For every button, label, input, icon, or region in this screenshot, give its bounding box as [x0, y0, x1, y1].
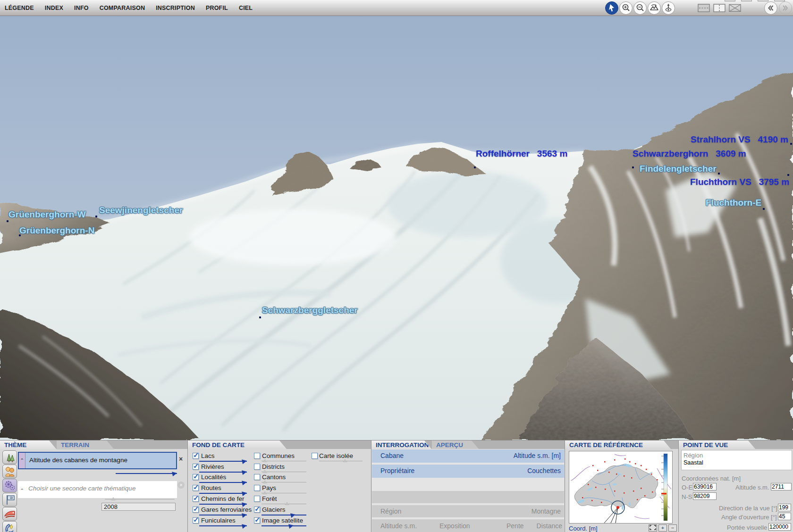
- map-label-schwarzberghorn: Schwarzberghorn 3609 m: [633, 149, 746, 159]
- checkbox-foret[interactable]: [254, 496, 260, 502]
- viewpoint-tabstrip: POINT DE VUE: [679, 440, 793, 449]
- label-glaciers: Glaciers: [262, 506, 286, 513]
- aperture-angle-input[interactable]: [778, 513, 791, 520]
- ns-input[interactable]: [693, 492, 717, 500]
- checkbox-communes[interactable]: [254, 453, 260, 459]
- primary-theme-close-icon[interactable]: ×: [179, 455, 183, 463]
- checkbox-image-satellite[interactable]: [254, 517, 260, 524]
- map-label-fluchthorn-e: Fluchthorn-E: [706, 198, 761, 208]
- checkbox-routes[interactable]: [193, 485, 199, 491]
- collapse-right-icon[interactable]: [779, 1, 792, 15]
- checkbox-lacs[interactable]: [193, 453, 199, 459]
- checkbox-gares[interactable]: [193, 507, 199, 513]
- pan-terrain-icon[interactable]: [648, 1, 661, 15]
- checkbox-glaciers[interactable]: [254, 507, 260, 513]
- query-row-empty: [372, 491, 564, 503]
- map-zoom-out-button[interactable]: −: [668, 524, 677, 532]
- reference-map-title: CARTE DE RÉFÉRENCE: [565, 441, 671, 449]
- viewpoint-up-icon[interactable]: [662, 1, 675, 15]
- dropdown-grip-icon[interactable]: [19, 453, 25, 468]
- label-chemins-de-fer: Chemins de fer: [201, 495, 245, 502]
- theme-tabstrip: THÈME TERRAIN: [0, 440, 187, 449]
- close-view-icon[interactable]: [729, 4, 741, 12]
- checkbox-localites[interactable]: [193, 474, 199, 480]
- checkbox-rivieres[interactable]: [193, 464, 199, 470]
- map-label-roffelhorner: Roffelhörner 3563 m: [476, 149, 567, 159]
- tab-apercu[interactable]: APERÇU: [432, 441, 479, 449]
- tab-terrain[interactable]: TERRAIN: [57, 441, 114, 449]
- query-exposition-col: Exposition: [439, 522, 470, 530]
- menu-comparaison[interactable]: COMPARAISON: [100, 5, 145, 11]
- reference-map[interactable]: [569, 451, 673, 524]
- collapse-left-icon[interactable]: [764, 1, 777, 15]
- secondary-theme-clear-icon[interactable]: ×: [177, 482, 185, 489]
- window-sliver: [758, 0, 768, 1]
- national-coords-label: Coordonnées nat. [m]: [682, 475, 741, 482]
- atlas-3d-application: LÉGENDE INDEX INFO COMPARAISON INSCRIPTI…: [0, 0, 793, 532]
- theme-category-nature-button[interactable]: [2, 450, 17, 464]
- secondary-theme-dropdown[interactable]: Choisir une seconde carte thématique: [18, 481, 177, 498]
- window-sliver: [725, 0, 735, 1]
- query-pente-col: Pente: [506, 522, 524, 530]
- slider-communes[interactable]: [262, 458, 306, 463]
- tab-interrogation[interactable]: INTERROGATION: [371, 441, 432, 449]
- reference-tabstrip: CARTE DE RÉFÉRENCE: [565, 440, 678, 449]
- checkbox-carte-isolee[interactable]: [312, 453, 318, 459]
- split-vertical-icon[interactable]: [713, 4, 726, 12]
- query-altitude-col: Altitude s.m.: [380, 522, 417, 530]
- state-icon: [3, 493, 17, 506]
- label-gares: Gares ferroviaires: [201, 506, 252, 513]
- slider-cantons[interactable]: [262, 480, 306, 484]
- checkbox-pays[interactable]: [254, 485, 260, 491]
- window-sliver: [741, 0, 752, 1]
- checkbox-chemins-de-fer[interactable]: [193, 496, 199, 502]
- year-input[interactable]: [101, 503, 176, 511]
- query-proprietaire-label: Propriétaire: [380, 467, 414, 474]
- switzerland-overview-map: [569, 451, 672, 523]
- slider-funiculaires[interactable]: [199, 524, 247, 528]
- menu-index[interactable]: INDEX: [45, 5, 63, 11]
- slider-image-satellite[interactable]: [262, 524, 306, 528]
- nature-icon: [3, 451, 17, 464]
- interrogation-panel: INTERROGATION APERÇU Cabane Altitude s.m…: [371, 440, 565, 532]
- oe-label: O-E: [682, 484, 692, 491]
- slider-foret[interactable]: [262, 501, 306, 506]
- primary-theme-slider[interactable]: [116, 471, 177, 476]
- poi-marker: [763, 208, 765, 210]
- coord-readout-label: Coord. [m]: [569, 525, 598, 532]
- slider-pays[interactable]: [262, 490, 306, 495]
- year-slider[interactable]: [105, 497, 175, 501]
- query-montagne-label: Montagne: [531, 507, 561, 515]
- terrain-3d-view[interactable]: Strahlhorn VS 4190 m Roffelhörner 3563 m…: [0, 16, 793, 440]
- checkbox-districts[interactable]: [254, 464, 260, 470]
- zoom-out-icon[interactable]: [633, 1, 647, 15]
- theme-category-society-button[interactable]: [2, 465, 17, 478]
- menu-inscription[interactable]: INSCRIPTION: [156, 5, 195, 11]
- altitude-input[interactable]: [771, 483, 792, 490]
- menu-legende[interactable]: LÉGENDE: [5, 5, 34, 11]
- menu-profil[interactable]: PROFIL: [206, 5, 228, 11]
- theme-category-economy-button[interactable]: [2, 479, 17, 492]
- navigate-pointer-icon[interactable]: [605, 1, 618, 15]
- tab-theme[interactable]: THÈME: [0, 441, 57, 449]
- theme-category-state-button[interactable]: [2, 493, 17, 507]
- theme-category-energy-button[interactable]: [2, 521, 17, 532]
- primary-theme-dropdown[interactable]: Altitude des cabanes de montagne: [18, 452, 177, 469]
- zoom-in-icon[interactable]: [619, 1, 633, 15]
- view-direction-input[interactable]: [778, 504, 791, 511]
- oe-input[interactable]: [693, 483, 717, 490]
- altitude-label: Altitude s.m.: [735, 484, 769, 491]
- checkbox-cantons[interactable]: [254, 474, 260, 480]
- secondary-theme-placeholder: Choisir une seconde carte thématique: [28, 485, 135, 492]
- menu-ciel[interactable]: CIEL: [239, 5, 253, 11]
- menu-info[interactable]: INFO: [74, 5, 89, 11]
- checkbox-funiculaires[interactable]: [193, 517, 199, 524]
- visual-range-input[interactable]: [768, 523, 791, 531]
- slider-carte-isolee[interactable]: [319, 458, 363, 463]
- theme-category-transport-button[interactable]: [2, 507, 17, 521]
- map-fit-button[interactable]: [649, 524, 657, 532]
- basemap-title: FOND DE CARTE: [188, 441, 287, 449]
- map-zoom-in-button[interactable]: +: [658, 524, 667, 532]
- poi-marker: [718, 173, 720, 175]
- split-horizontal-icon[interactable]: [698, 4, 710, 12]
